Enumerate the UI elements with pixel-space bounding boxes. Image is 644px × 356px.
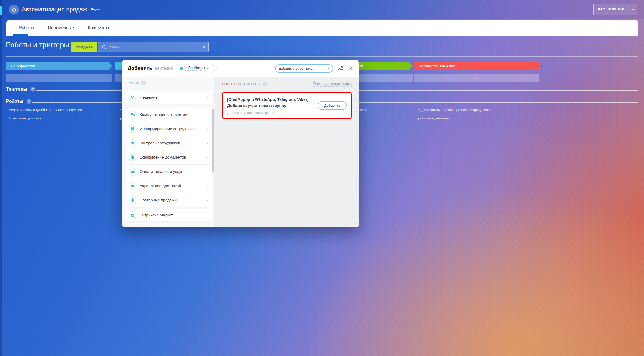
tabs-bar: Роботы Переменные Константы	[6, 20, 638, 36]
chat-icon	[129, 111, 136, 119]
result-highlight-outline: [ChatApp для WhatsApp, Telegram, Viber] …	[222, 92, 352, 119]
chevron-down-icon: ▾	[207, 67, 209, 70]
group-item-label: Информирование сотрудников	[140, 127, 196, 131]
create-button[interactable]: СОЗДАТЬ	[71, 42, 97, 52]
dialog-search-input[interactable]: добавить участника ×	[275, 64, 333, 73]
stage-color-bullet	[180, 67, 183, 70]
group-item-repeat-sales[interactable]: Повторные продажи ›	[125, 193, 212, 207]
people-icon	[129, 139, 136, 147]
setup-help-link[interactable]: Помощь по настройке	[313, 81, 352, 87]
header-divider	[6, 56, 638, 57]
add-robot-row-col5[interactable]: +	[414, 74, 539, 82]
recent-card: Недавние ›	[125, 91, 212, 104]
group-item-communication[interactable]: Коммуникация с клиентом ›	[125, 108, 212, 122]
search-icon	[102, 45, 107, 50]
group-item-label: Коммуникация с клиентом	[140, 112, 188, 117]
robots-help-icon[interactable]: ?	[27, 99, 31, 104]
triggers-section-text: Триггеры	[6, 87, 27, 92]
page-title: Роботы и триггеры	[6, 41, 69, 49]
group-item-label: Оплата товаров и услуг	[140, 169, 182, 174]
delivery-icon	[129, 182, 136, 190]
robots-section-text: Роботы	[6, 99, 23, 104]
bp-designer-link[interactable]: Редактировать в дизайнере Бизнес-процесс…	[417, 108, 490, 112]
chevron-right-icon: ›	[206, 126, 208, 132]
chevron-right-icon: ›	[206, 169, 208, 175]
results-panel-header: РОБОТЫ И ТРИГГЕРЫ	[222, 82, 261, 86]
group-item-informing[interactable]: Информирование сотрудников ›	[125, 122, 212, 136]
group-item-label: Повторные продажи	[140, 198, 177, 202]
robots-section-label: Роботы ?	[6, 99, 31, 104]
extensions-button[interactable]: РАСШИРЕНИЯ ▾	[593, 4, 637, 15]
info-icon	[129, 125, 136, 133]
group-help-icon[interactable]: ?	[141, 81, 146, 85]
group-item-label: Контроль сотрудников	[140, 141, 180, 145]
result-description: Добавить участника в группу	[227, 111, 308, 115]
group-item-control[interactable]: Контроль сотрудников ›	[125, 136, 212, 150]
dialog-title: Добавить	[128, 65, 152, 71]
tab-constants[interactable]: Константы	[88, 25, 109, 30]
add-robot-row-col1[interactable]: +	[6, 74, 112, 82]
market-card: Битрикс24.Маркет	[125, 209, 212, 221]
history-icon	[129, 94, 136, 101]
entity-label: Лиды	[91, 0, 100, 19]
extensions-button-label: РАСШИРЕНИЯ	[594, 8, 629, 11]
results-panel: РОБОТЫ И ТРИГГЕРЫ ? Помощь по настройке …	[214, 77, 359, 227]
column-links-1: Редактировать в дизайнере Бизнес-процесс…	[9, 108, 82, 125]
add-button[interactable]: Добавить	[318, 101, 347, 110]
group-item-payment[interactable]: Оплата товаров и услуг ›	[125, 164, 212, 179]
dialog-subtitle: на стадию	[155, 66, 173, 70]
stage-selector-dropdown[interactable]: Обработан ▾	[177, 64, 212, 73]
stage-chip-bad-lead[interactable]: Некачественный лид	[414, 62, 539, 70]
filter-icon[interactable]	[337, 65, 344, 72]
page-search-input[interactable]: поиск ×	[98, 42, 209, 52]
tab-robots[interactable]: Роботы	[19, 25, 34, 30]
group-item-label: Оформление документов	[140, 155, 186, 159]
active-tab-underline	[13, 34, 28, 37]
payment-icon	[129, 168, 136, 176]
group-panel-caption: ГРУППА ?	[125, 81, 212, 85]
result-texts: [ChatApp для WhatsApp, Telegram, Viber] …	[227, 96, 308, 115]
page-app-title: Автоматизация продаж	[22, 0, 87, 19]
group-list-scrollbar[interactable]	[212, 109, 214, 172]
close-icon[interactable]: ×	[348, 65, 353, 72]
bitrix24-sales-automation-screen: Автоматизация продаж Лиды РАСШИРЕНИЯ ▾ Р…	[0, 0, 644, 356]
tab-variables[interactable]: Переменные	[48, 25, 74, 30]
chevron-right-icon: ›	[206, 112, 208, 118]
bp-designer-link[interactable]: Редактировать в дизайнере Бизнес-процесс…	[9, 108, 82, 112]
robot-result-item[interactable]: [ChatApp для WhatsApp, Telegram, Viber] …	[223, 93, 351, 118]
group-actions-link[interactable]: Групповые действия	[417, 117, 490, 120]
page-search-placeholder: поиск	[110, 45, 203, 49]
document-icon	[129, 154, 136, 161]
robot-app-icon	[9, 5, 19, 15]
group-panel-header: ГРУППА	[125, 81, 139, 85]
chevron-right-icon: ›	[206, 154, 208, 160]
chevron-down-icon[interactable]: ▾	[629, 8, 637, 11]
group-item-recent[interactable]: Недавние ›	[125, 91, 212, 104]
dialog-resize-handle[interactable]	[354, 220, 357, 225]
bell-icon	[129, 196, 136, 204]
results-panel-caption: РОБОТЫ И ТРИГГЕРЫ ?	[222, 82, 267, 86]
messenger-edge-accent[interactable]	[0, 6, 2, 15]
group-actions-link[interactable]: Групповые действия	[9, 117, 82, 120]
search-clear-icon[interactable]: ×	[327, 66, 329, 71]
column-links-5: Редактировать в дизайнере Бизнес-процесс…	[417, 108, 490, 125]
group-item-delivery[interactable]: Управление доставкой ›	[125, 179, 212, 193]
result-title-line1: [ChatApp для WhatsApp, Telegram, Viber]	[227, 96, 308, 102]
triggers-help-icon[interactable]: ?	[30, 87, 35, 92]
group-item-documents[interactable]: Оформление документов ›	[125, 150, 212, 164]
result-title-line2: Добавить участника в группу	[227, 102, 308, 109]
market-icon	[129, 211, 136, 219]
results-help-icon[interactable]: ?	[263, 82, 267, 86]
chevron-right-icon: ›	[206, 94, 208, 100]
stage-chip-new[interactable]: Не обработан	[6, 62, 112, 70]
dialog-body: ГРУППА ? Недавние › Коммуникация с клиен…	[122, 77, 359, 227]
search-clear-icon[interactable]: ×	[203, 45, 205, 49]
group-item-label: Недавние	[140, 95, 158, 99]
text-cursor	[313, 66, 313, 70]
dialog-header: Добавить на стадию Обработан ▾ добавить …	[122, 60, 359, 77]
chevron-right-icon: ›	[206, 140, 208, 146]
stages-gear-icon[interactable]	[541, 64, 545, 69]
group-panel: ГРУППА ? Недавние › Коммуникация с клиен…	[122, 77, 214, 227]
chevron-right-icon: ›	[206, 183, 208, 189]
group-item-market[interactable]: Битрикс24.Маркет	[125, 209, 212, 221]
